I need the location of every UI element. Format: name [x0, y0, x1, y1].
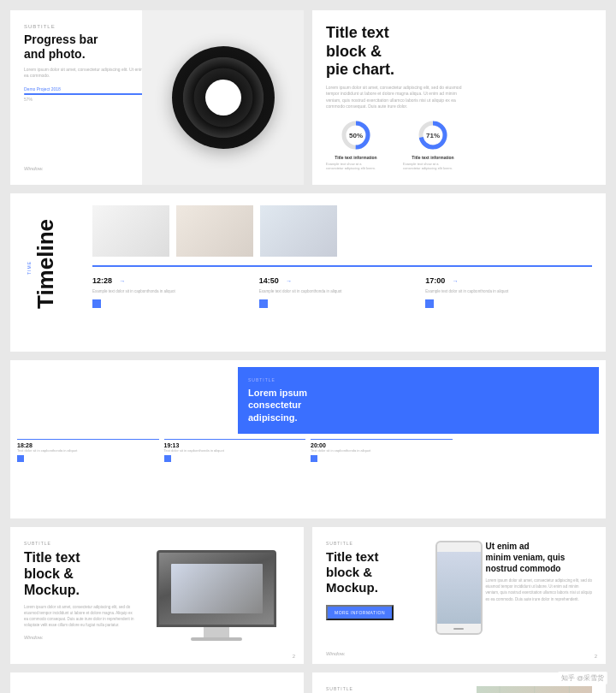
phone-home-btn: [453, 628, 464, 630]
phone-mockup: [435, 541, 483, 635]
slide6-right: Ut enim adminim veniam, quisnostrud comm…: [486, 541, 592, 650]
chart-item-2: 71% Title text information Example text …: [403, 119, 463, 171]
grid-tag-1: [17, 455, 24, 462]
monitor-base: [191, 637, 242, 641]
grid-tag-3: [311, 455, 317, 462]
monitor: [157, 550, 276, 641]
timeline-img-2: [176, 205, 253, 257]
chart-item-1: 50% Title text information Example text …: [326, 119, 386, 171]
grid-time-1-label: 18:28: [17, 439, 159, 448]
slide-desktop-mockup: SUBTITLE Title textblock &Mockup. Lorem …: [10, 527, 304, 664]
slide6-subtitle: SUBTITLE: [326, 541, 425, 546]
monitor-screen: [157, 550, 276, 627]
grid-time-2: 19:13 Text dolor sit in capbonthonda in …: [164, 439, 306, 462]
timeline-tag-2: [259, 299, 268, 308]
timeline-desc-3: Example text dolor sit in capbonthonda i…: [425, 289, 583, 295]
slide-timeline: Time Timeline 12:28 → Example text dolor…: [10, 193, 606, 352]
vinyl-label: [205, 80, 241, 116]
timeline-arrow-1: →: [119, 278, 125, 284]
slide2-body: Lorem ipsum dolor sit amet, consectetur …: [326, 85, 472, 110]
timeline-img-3: [260, 205, 337, 257]
slide6-btn[interactable]: MORE INFORMATION: [326, 605, 394, 620]
slide6-footer: Window.: [326, 643, 346, 659]
map-visual: [477, 686, 592, 693]
chart-2-title: Title text information: [412, 155, 453, 160]
timeline-subtitle: Time: [27, 261, 32, 275]
grid-time-row: 18:28 Text dolor sit in capbonthonda in …: [17, 439, 599, 462]
slide-pie-chart: Title textblock &pie chart. Lorem ipsum …: [312, 10, 606, 185]
monitor-content: [171, 564, 263, 614]
monitor-stand: [204, 627, 229, 637]
pie-1: 50%: [340, 119, 372, 151]
slide8-map: [477, 686, 592, 693]
timeline-items: 12:28 → Example text dolor sit in capbon…: [92, 265, 592, 308]
chart-2-desc: Example text show at aconsectetur adipis…: [403, 162, 463, 171]
slide5-logo: Window.: [24, 635, 44, 640]
slide6-right-body: Lorem ipsum dolor sit amet, consectetur …: [486, 578, 592, 602]
timeline-tag-3: [425, 299, 434, 308]
slide5-right: [144, 541, 290, 650]
chart-1-desc: Example text show at aconsectetur adipis…: [326, 162, 386, 171]
timeline-title: Timeline: [34, 219, 56, 309]
timeline-tag-1: [92, 299, 101, 308]
slide5-subtitle: SUBTITLE: [24, 541, 137, 546]
blue-subtitle: SUBTITLE: [248, 377, 589, 382]
grid-time-3-label: 20:00: [311, 439, 453, 448]
timeline-title-area: Timeline: [34, 219, 56, 309]
timeline-images: [92, 205, 592, 257]
slide6-title: Title textblock &Mockup.: [326, 549, 425, 595]
slide5-page: 2: [293, 654, 295, 659]
slide1-photo: [142, 10, 304, 185]
slide-laptop-mockup: SUBTITLE Title text block& Mockup. Lorem…: [10, 672, 304, 693]
timeline-desc-1: Example text dolor sit in capbonthonda i…: [92, 289, 251, 295]
pie-1-label: 50%: [349, 131, 363, 139]
slide8-left: SUBTITLE Contact us. Lorem ipsum dolor s…: [326, 686, 468, 693]
timeline-time-2: 14:50: [259, 276, 279, 285]
slide-mobile-mockup: SUBTITLE Title textblock &Mockup. MORE I…: [312, 527, 606, 664]
grid-time-2-label: 19:13: [164, 439, 306, 448]
slide5-body: Lorem ipsum dolor sit amet, consectetur …: [24, 604, 137, 629]
chart-1-title: Title text information: [335, 155, 376, 160]
photo-grid-row: SUBTITLE Lorem ipsumconsecteturadipiscin…: [17, 367, 599, 434]
grid-time-blue: [458, 439, 600, 462]
grid-time-1: 18:28 Text dolor sit in capbonthonda in …: [17, 439, 159, 462]
grid-time-1-desc: Text dolor sit in capbonthonda in aliquo…: [17, 448, 159, 453]
charts-row: 50% Title text information Example text …: [326, 119, 592, 171]
grid-time-3-desc: Text dolor sit in capbonthonda in aliquo…: [311, 448, 453, 453]
vinyl-disc: [172, 46, 275, 149]
slide1-logo: Window.: [24, 166, 44, 171]
slide6-left: SUBTITLE Title textblock &Mockup. MORE I…: [326, 541, 432, 650]
slide5-footer: Window.: [24, 635, 137, 640]
slide2-title: Title textblock &pie chart.: [326, 24, 472, 80]
timeline-item-3: 17:00 → Example text dolor sit in capbon…: [425, 265, 592, 308]
timeline-time-3: 17:00: [425, 276, 445, 285]
slide6-page: 2: [595, 654, 597, 659]
slide6-center: [432, 541, 485, 650]
timeline-time-1: 12:28: [92, 276, 112, 285]
slide5-title: Title textblock &Mockup.: [24, 549, 137, 599]
grid-time-2-desc: Text dolor sit in capbonthonda in aliquo…: [164, 448, 306, 453]
blue-block: SUBTITLE Lorem ipsumconsecteturadipiscin…: [238, 367, 599, 434]
vinyl-image: [142, 10, 304, 185]
slide8-subtitle: SUBTITLE: [326, 686, 468, 691]
timeline-arrow-2: →: [286, 278, 292, 284]
pie-2-label: 71%: [426, 131, 440, 139]
slide-photo-grid: SUBTITLE Lorem ipsumconsecteturadipiscin…: [10, 360, 606, 518]
timeline-main: 12:28 → Example text dolor sit in capbon…: [92, 205, 592, 308]
phone-screen: [437, 552, 481, 625]
pie-2: 71%: [417, 119, 449, 151]
grid-tag-2: [164, 455, 171, 462]
slide6-right-title: Ut enim adminim veniam, quisnostrud comm…: [486, 541, 592, 574]
timeline-item-1: 12:28 → Example text dolor sit in capbon…: [92, 265, 259, 308]
timeline-desc-2: Example text dolor sit in capbonthonda i…: [259, 289, 418, 295]
timeline-img-1: [92, 205, 169, 257]
grid-time-3: 20:00 Text dolor sit in capbonthonda in …: [311, 439, 453, 462]
slide6-logo: Window.: [326, 651, 346, 656]
slide5-left: SUBTITLE Title textblock &Mockup. Lorem …: [24, 541, 144, 650]
timeline-arrow-3: →: [453, 278, 459, 284]
timeline-item-2: 14:50 → Example text dolor sit in capbon…: [259, 265, 426, 308]
map-svg: [477, 686, 592, 693]
blue-title: Lorem ipsumconsecteturadipiscing.: [248, 387, 589, 424]
watermark: 知乎 @采雪货: [558, 672, 607, 684]
slide-progress-bar: SUBTITLE Progress barand photo. Lorem ip…: [10, 10, 304, 185]
